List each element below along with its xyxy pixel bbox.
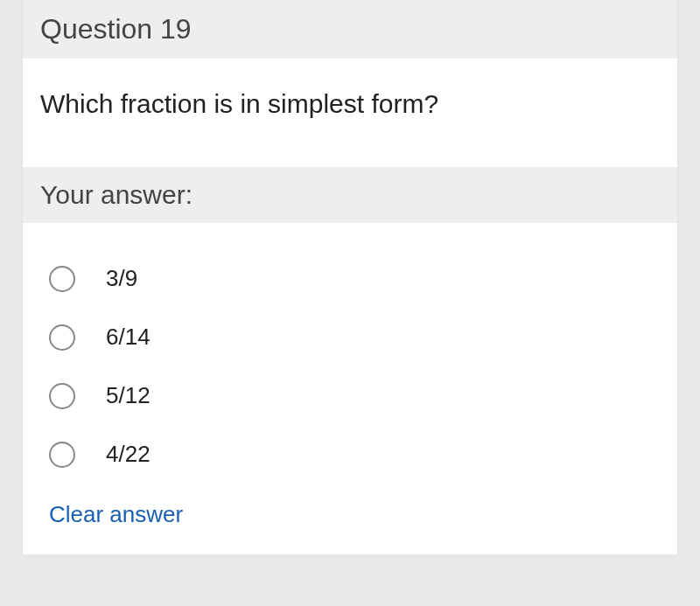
option-1[interactable]: 3/9 bbox=[49, 249, 660, 308]
radio-icon bbox=[49, 442, 75, 468]
option-2[interactable]: 6/14 bbox=[49, 308, 660, 366]
radio-icon bbox=[49, 266, 75, 292]
radio-icon bbox=[49, 324, 75, 351]
question-text: Which fraction is in simplest form? bbox=[23, 59, 677, 167]
options-container: 3/9 6/14 5/12 4/22 bbox=[23, 223, 677, 492]
option-label: 4/22 bbox=[106, 441, 150, 468]
answer-header: Your answer: bbox=[23, 167, 677, 223]
option-3[interactable]: 5/12 bbox=[49, 366, 660, 425]
option-4[interactable]: 4/22 bbox=[49, 425, 660, 484]
option-label: 3/9 bbox=[106, 265, 137, 292]
option-label: 5/12 bbox=[106, 382, 150, 409]
clear-answer-link[interactable]: Clear answer bbox=[23, 492, 677, 537]
radio-icon bbox=[49, 383, 75, 409]
question-header: Question 19 bbox=[23, 0, 677, 59]
option-label: 6/14 bbox=[106, 324, 150, 351]
question-card: Question 19 Which fraction is in simples… bbox=[22, 0, 678, 554]
